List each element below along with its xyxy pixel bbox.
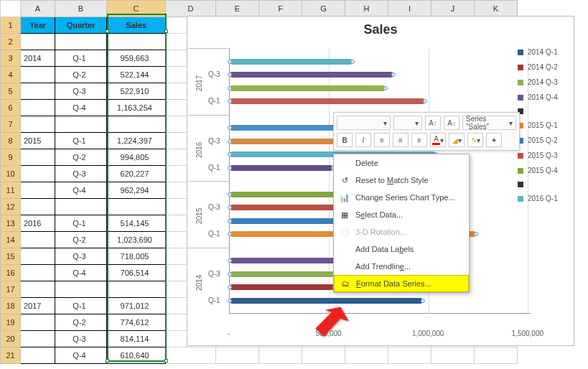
row-header[interactable]: 16 xyxy=(1,265,21,281)
menu-select-data[interactable]: ▦Select Data... xyxy=(334,206,469,223)
data-cell[interactable] xyxy=(55,199,107,215)
data-cell[interactable]: 774,612 xyxy=(107,314,166,331)
grow-font-button[interactable]: A↑ xyxy=(425,116,441,130)
row-header[interactable]: 1 xyxy=(1,17,21,34)
data-bar[interactable] xyxy=(230,165,333,171)
data-cell[interactable]: Q-3 xyxy=(55,83,107,100)
table-header[interactable]: Year xyxy=(21,17,55,34)
row-header[interactable]: 19 xyxy=(1,314,21,331)
col-header-c[interactable]: C xyxy=(107,1,166,17)
legend-item[interactable]: 2014 Q-2 xyxy=(518,63,568,71)
data-bar[interactable] xyxy=(230,98,425,104)
data-cell[interactable] xyxy=(21,67,55,83)
data-cell[interactable]: Q-1 xyxy=(55,215,107,232)
data-bar[interactable] xyxy=(230,284,335,290)
col-header-f[interactable]: F xyxy=(259,1,302,17)
row-header[interactable]: 2 xyxy=(1,34,21,50)
font-select[interactable]: ▾ xyxy=(337,116,391,130)
data-cell[interactable]: Q-1 xyxy=(55,50,107,67)
effects-button[interactable]: ✦ xyxy=(486,133,502,147)
data-cell[interactable] xyxy=(21,232,55,248)
data-cell[interactable]: Q-4 xyxy=(55,182,107,199)
data-cell[interactable]: Q-2 xyxy=(55,232,107,248)
data-cell[interactable] xyxy=(21,149,55,166)
data-cell[interactable] xyxy=(21,83,55,100)
data-cell[interactable] xyxy=(21,182,55,199)
menu-add-labels[interactable]: Add Data Labels xyxy=(334,240,469,258)
data-cell[interactable]: Q-4 xyxy=(55,265,107,281)
legend-item[interactable] xyxy=(518,108,568,114)
data-cell[interactable]: 718,005 xyxy=(107,248,166,265)
data-cell[interactable] xyxy=(55,281,107,298)
data-cell[interactable]: Q-2 xyxy=(55,67,107,83)
row-header[interactable]: 12 xyxy=(1,199,21,215)
align-center-button[interactable]: ≡ xyxy=(393,133,409,147)
col-header-b[interactable]: B xyxy=(55,1,107,17)
series-select[interactable]: Series "Sales"▾ xyxy=(462,116,516,130)
italic-button[interactable]: I xyxy=(355,133,371,147)
data-cell[interactable]: 962,294 xyxy=(107,182,166,199)
empty-cell[interactable] xyxy=(388,347,431,364)
empty-cell[interactable] xyxy=(302,347,345,364)
data-cell[interactable]: Q-4 xyxy=(55,100,107,116)
row-header[interactable]: 11 xyxy=(1,182,21,199)
col-header-e[interactable]: E xyxy=(216,1,259,17)
data-cell[interactable]: Q-4 xyxy=(55,347,107,364)
data-cell[interactable]: 522,910 xyxy=(107,83,166,100)
chart-legend[interactable]: 2014 Q-12014 Q-22014 Q-32014 Q-42015 Q-1… xyxy=(518,48,568,210)
fill-color-button[interactable]: ◢▾ xyxy=(449,133,465,147)
row-header[interactable]: 6 xyxy=(1,100,21,116)
data-cell[interactable]: Q-3 xyxy=(55,166,107,182)
data-cell[interactable]: Q-1 xyxy=(55,298,107,314)
legend-item[interactable]: 2015 Q-1 xyxy=(518,121,568,129)
data-cell[interactable]: 1,163,254 xyxy=(107,100,166,116)
legend-item[interactable] xyxy=(518,182,568,187)
col-header-d[interactable]: D xyxy=(166,1,216,17)
outline-button[interactable]: ✎▾ xyxy=(467,133,483,147)
data-cell[interactable]: 514,145 xyxy=(107,215,166,232)
data-cell[interactable]: Q-1 xyxy=(55,133,107,149)
data-cell[interactable] xyxy=(21,116,55,133)
data-cell[interactable]: 971,012 xyxy=(107,298,166,314)
data-cell[interactable] xyxy=(21,166,55,182)
data-cell[interactable] xyxy=(21,100,55,116)
row-header[interactable]: 3 xyxy=(1,50,21,67)
col-header-h[interactable]: H xyxy=(345,1,388,17)
empty-cell[interactable] xyxy=(166,347,216,364)
col-header-j[interactable]: J xyxy=(431,1,475,17)
table-header[interactable]: Quarter xyxy=(55,17,107,34)
row-header[interactable]: 4 xyxy=(1,67,21,83)
data-cell[interactable]: Q-3 xyxy=(55,331,107,347)
data-cell[interactable]: Q-2 xyxy=(55,314,107,331)
size-select[interactable]: ▾ xyxy=(393,116,422,130)
data-cell[interactable] xyxy=(107,281,166,298)
data-bar[interactable] xyxy=(230,85,386,91)
data-cell[interactable] xyxy=(21,331,55,347)
mini-toolbar[interactable]: ▾ ▾ A↑ A↓ Series "Sales"▾ B I ≡ ≡ ≡ A▾ ◢… xyxy=(333,112,520,151)
align-left-button[interactable]: ≡ xyxy=(374,133,390,147)
data-cell[interactable] xyxy=(107,34,166,50)
data-cell[interactable]: 706,514 xyxy=(107,265,166,281)
data-cell[interactable] xyxy=(55,116,107,133)
data-cell[interactable]: 2015 xyxy=(21,133,55,149)
data-cell[interactable]: Q-2 xyxy=(55,149,107,166)
data-cell[interactable]: 620,227 xyxy=(107,166,166,182)
col-header-k[interactable]: K xyxy=(475,1,518,17)
row-header[interactable]: 20 xyxy=(1,331,21,347)
data-bar[interactable] xyxy=(230,59,353,65)
data-cell[interactable] xyxy=(21,199,55,215)
data-cell[interactable]: 2016 xyxy=(21,215,55,232)
empty-cell[interactable] xyxy=(475,347,518,364)
row-header[interactable]: 10 xyxy=(1,166,21,182)
col-header-a[interactable]: A xyxy=(21,1,55,17)
menu-delete[interactable]: Delete xyxy=(334,154,469,172)
data-cell[interactable]: 1,224,397 xyxy=(107,133,166,149)
data-cell[interactable] xyxy=(107,199,166,215)
selection-handle[interactable] xyxy=(164,359,168,363)
data-cell[interactable] xyxy=(21,265,55,281)
row-header[interactable]: 13 xyxy=(1,215,21,232)
row-header[interactable]: 15 xyxy=(1,248,21,265)
row-header[interactable]: 5 xyxy=(1,83,21,100)
menu-change-type[interactable]: 📊Change Series Chart Type... xyxy=(334,189,469,206)
data-cell[interactable]: Q-3 xyxy=(55,248,107,265)
